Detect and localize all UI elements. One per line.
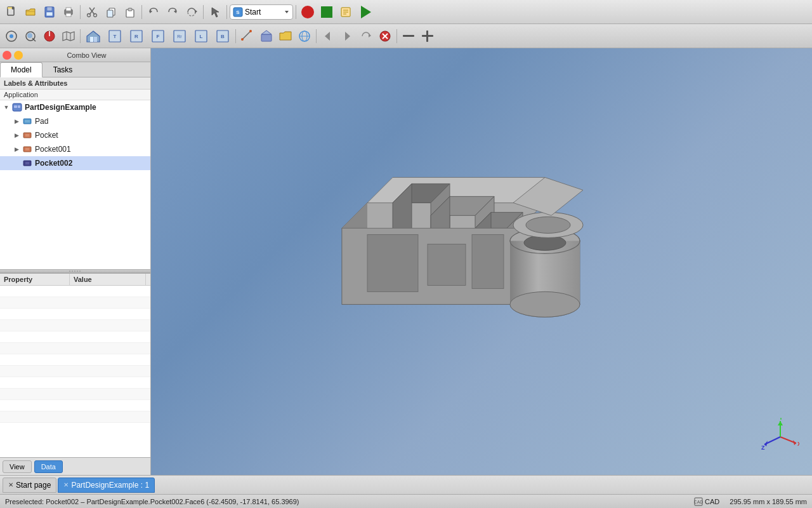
- nav-refresh-button[interactable]: [357, 27, 375, 45]
- tree-icon-pocket: [22, 130, 33, 141]
- svg-rect-68: [18, 105, 20, 108]
- open-button[interactable]: [22, 3, 39, 21]
- status-cad-icon: CAD CAD: [694, 497, 719, 506]
- tree-icon-pad: [22, 116, 33, 127]
- svg-point-13: [94, 13, 97, 17]
- tab-close-part[interactable]: ✕: [63, 481, 69, 488]
- run-macro-button[interactable]: [356, 3, 374, 21]
- nav-stop-button[interactable]: [376, 27, 394, 45]
- tree-container: ▼ PartDesignExample ▶ Pad ▶: [0, 100, 150, 170]
- tab-data[interactable]: Data: [34, 460, 63, 473]
- tree-item-root[interactable]: ▼ PartDesignExample: [0, 100, 150, 114]
- refresh-button[interactable]: [183, 3, 200, 21]
- save-button[interactable]: [41, 3, 58, 21]
- prop-row: [0, 320, 150, 331]
- measure-button[interactable]: [239, 27, 256, 45]
- part-design-button[interactable]: [258, 27, 275, 45]
- properties-panel: Property Value: [0, 273, 150, 457]
- undo-button[interactable]: [145, 3, 162, 21]
- cut-button[interactable]: [83, 3, 101, 21]
- view-bottom-button[interactable]: B: [213, 26, 233, 46]
- left-panel: Combo View Model Tasks Labels & Attribut…: [0, 48, 151, 475]
- view-top-button[interactable]: T: [105, 26, 125, 46]
- svg-rect-74: [25, 148, 29, 150]
- tree-arrow-pocket: ▶: [11, 132, 22, 138]
- combo-close-button[interactable]: [3, 51, 11, 60]
- prop-row: [0, 366, 150, 377]
- tree-arrow-pad: ▶: [11, 118, 22, 124]
- tree-item-pocket001[interactable]: ▶ Pocket001: [0, 142, 150, 156]
- svg-rect-104: [367, 234, 418, 291]
- tree-icon-pocket002: [22, 157, 33, 169]
- new-button[interactable]: [3, 3, 20, 21]
- tree-arrow-pocket001: ▶: [11, 146, 22, 152]
- svg-text:Z: Z: [761, 444, 765, 451]
- status-dimensions: 295.95 mm x 189.55 mm: [730, 498, 807, 505]
- stereo-button[interactable]: [60, 27, 77, 45]
- workbench-selector[interactable]: S Start: [230, 4, 293, 20]
- tree-label-pocket002: Pocket002: [35, 159, 72, 168]
- sep1: [80, 5, 81, 19]
- prop-col-property: Property: [0, 274, 70, 285]
- cad-label: CAD: [705, 498, 719, 505]
- print-button[interactable]: [60, 3, 77, 21]
- labels-subheader: Application: [0, 90, 150, 100]
- sep6: [80, 29, 81, 43]
- svg-marker-24: [285, 11, 289, 13]
- copy-button[interactable]: [102, 3, 120, 21]
- svg-rect-72: [25, 134, 29, 137]
- viewport-3d[interactable]: X Y Z: [151, 48, 812, 475]
- record-macro-button[interactable]: [299, 3, 317, 21]
- svg-point-30: [10, 34, 13, 38]
- prop-col-value: Value: [70, 274, 146, 285]
- svg-text:B: B: [221, 34, 225, 39]
- pointer-button[interactable]: [206, 3, 224, 21]
- status-text: Preselected: Pocket002 – PartDesignExamp…: [5, 498, 694, 505]
- tree-item-pocket002[interactable]: ▶ Pocket002: [0, 156, 150, 170]
- sep2: [141, 5, 142, 19]
- view-rear-button[interactable]: Rr: [169, 26, 190, 46]
- zoom-out-button[interactable]: [419, 27, 436, 45]
- paste-button[interactable]: [121, 3, 139, 21]
- view-home-button[interactable]: [83, 26, 103, 46]
- nav-back-button[interactable]: [319, 27, 337, 45]
- redo-button[interactable]: [164, 3, 181, 21]
- tab-close-start[interactable]: ✕: [8, 481, 13, 488]
- tab-view[interactable]: View: [3, 460, 32, 473]
- prop-row: [0, 297, 150, 309]
- svg-marker-57: [325, 32, 330, 41]
- stop-macro-button[interactable]: [318, 3, 336, 21]
- tab-tasks[interactable]: Tasks: [43, 62, 84, 77]
- view-left-button[interactable]: L: [191, 26, 211, 46]
- draw-style-button[interactable]: [41, 27, 58, 45]
- fit-all-button[interactable]: [3, 27, 20, 45]
- tab-start-page[interactable]: ✕ Start page: [3, 478, 56, 493]
- tab-model[interactable]: Model: [0, 62, 43, 77]
- svg-rect-76: [25, 162, 29, 164]
- tree-item-pocket[interactable]: ▶ Pocket: [0, 128, 150, 142]
- labels-panel: Labels & Attributes Application ▼ PartDe…: [0, 77, 150, 269]
- tree-item-pad[interactable]: ▶ Pad: [0, 114, 150, 128]
- sep7: [235, 29, 236, 43]
- svg-point-109: [510, 291, 580, 317]
- nav-forward-button[interactable]: [338, 27, 356, 45]
- status-right: CAD CAD 295.95 mm x 189.55 mm: [694, 497, 807, 506]
- open-folder-button[interactable]: [277, 27, 294, 45]
- web-browser-button[interactable]: [296, 27, 313, 45]
- svg-rect-37: [94, 37, 97, 42]
- sep3: [203, 5, 204, 19]
- tab-part-design[interactable]: ✕ PartDesignExample : 1: [58, 478, 155, 493]
- sep4: [226, 5, 227, 19]
- view-right-button[interactable]: R: [126, 26, 147, 46]
- tree-icon-pocket001: [22, 144, 33, 155]
- fit-selection-button[interactable]: [22, 27, 39, 45]
- view-front-button[interactable]: F: [148, 26, 168, 46]
- svg-rect-106: [472, 234, 504, 288]
- tree-arrow-root: ▼: [1, 104, 11, 110]
- combo-minimize-button[interactable]: [14, 51, 23, 60]
- svg-text:Y: Y: [779, 418, 783, 421]
- prop-row: [0, 377, 150, 389]
- zoom-in-button[interactable]: [400, 27, 417, 45]
- 3d-part: [304, 126, 659, 408]
- macro-editor-button[interactable]: [337, 3, 355, 21]
